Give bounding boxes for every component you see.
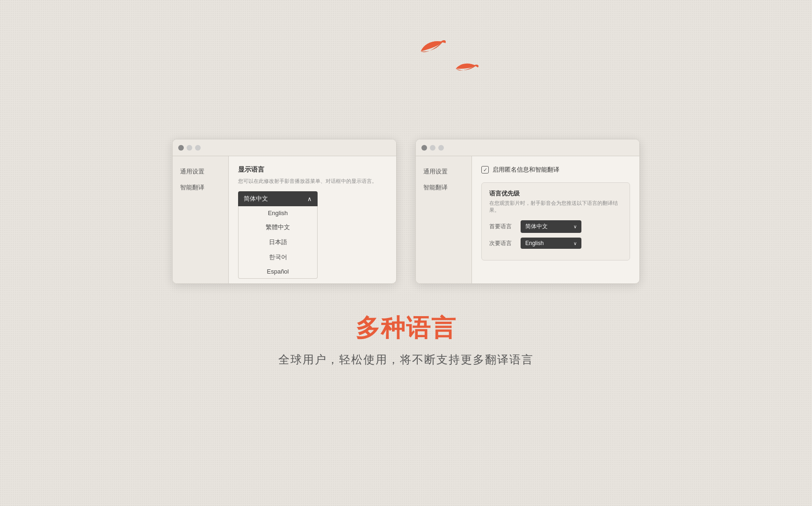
option-traditional-chinese[interactable]: 繁體中文 [239,220,317,235]
minimize-button-right[interactable] [430,145,435,151]
option-korean[interactable]: 한국어 [239,250,317,265]
sidebar-item-translate-right[interactable]: 智能翻译 [416,180,471,195]
main-content-left: 显示语言 您可以在此修改射手影音播放器菜单、对话框中的显示语言。 简体中文 ∧ … [229,156,396,283]
lang-priority-title: 语言优先级 [489,189,622,198]
checkbox-label: 启用匿名信息和智能翻译 [493,166,559,174]
right-window: 通用设置 智能翻译 ✓ 启用匿名信息和智能翻译 语言优先级 在您观赏影片时，射手… [415,139,640,284]
traffic-lights-right [421,145,444,151]
secondary-lang-value: English [525,240,544,246]
option-english[interactable]: English [239,206,317,220]
checkmark-icon: ✓ [483,167,487,173]
sidebar-left: 通用设置 智能翻译 [173,156,229,283]
section-title-left: 显示语言 [238,166,387,174]
page-content: 通用设置 智能翻译 显示语言 您可以在此修改射手影音播放器菜单、对话框中的显示语… [0,0,812,506]
chevron-up-icon-left: ∧ [307,195,312,202]
windows-row: 通用设置 智能翻译 显示语言 您可以在此修改射手影音播放器菜单、对话框中的显示语… [172,139,640,284]
lang-priority-box: 语言优先级 在您观赏影片时，射手影音会为您推送以下语言的翻译结果。 首要语言 简… [481,182,630,260]
titlebar-left [173,139,396,156]
left-window: 通用设置 智能翻译 显示语言 您可以在此修改射手影音播放器菜单、对话框中的显示语… [172,139,397,284]
secondary-lang-label: 次要语言 [489,239,515,247]
close-button-right[interactable] [421,145,427,151]
section-desc-left: 您可以在此修改射手影音播放器菜单、对话框中的显示语言。 [238,178,387,185]
window-body-left: 通用设置 智能翻译 显示语言 您可以在此修改射手影音播放器菜单、对话框中的显示语… [173,156,396,283]
maximize-button-left[interactable] [195,145,201,151]
sidebar-item-translate-left[interactable]: 智能翻译 [173,180,228,195]
primary-lang-label: 首要语言 [489,223,515,231]
chevron-down-icon-secondary: ∨ [573,241,577,246]
primary-lang-value: 简体中文 [525,223,548,231]
dropdown-value-left: 简体中文 [244,195,268,203]
sidebar-item-general-right[interactable]: 通用设置 [416,164,471,180]
sub-title: 全球用户，轻松使用，将不断支持更多翻译语言 [278,352,534,367]
titlebar-right [416,139,639,156]
dropdown-selected-left[interactable]: 简体中文 ∧ [238,191,318,206]
bottom-text-section: 多种语言 全球用户，轻松使用，将不断支持更多翻译语言 [278,312,534,367]
main-title: 多种语言 [278,312,534,345]
close-button-left[interactable] [178,145,184,151]
checkbox-row: ✓ 启用匿名信息和智能翻译 [481,166,630,174]
language-dropdown-left[interactable]: 简体中文 ∧ English 繁體中文 日本語 한국어 Español [238,191,318,279]
chevron-down-icon-primary: ∨ [573,224,577,229]
primary-lang-row: 首要语言 简体中文 ∨ [489,220,622,233]
enable-checkbox[interactable]: ✓ [481,166,489,173]
secondary-lang-row: 次要语言 English ∨ [489,238,622,249]
minimize-button-left[interactable] [187,145,192,151]
sidebar-right: 通用设置 智能翻译 [416,156,472,283]
primary-lang-select[interactable]: 简体中文 ∨ [521,220,581,233]
secondary-lang-select[interactable]: English ∨ [521,238,581,249]
option-spanish[interactable]: Español [239,265,317,278]
dropdown-list-left: English 繁體中文 日本語 한국어 Español [238,206,318,279]
option-japanese[interactable]: 日本語 [239,235,317,250]
lang-priority-desc: 在您观赏影片时，射手影音会为您推送以下语言的翻译结果。 [489,200,622,214]
main-content-right: ✓ 启用匿名信息和智能翻译 语言优先级 在您观赏影片时，射手影音会为您推送以下语… [472,156,639,283]
window-body-right: 通用设置 智能翻译 ✓ 启用匿名信息和智能翻译 语言优先级 在您观赏影片时，射手… [416,156,639,283]
sidebar-item-general-left[interactable]: 通用设置 [173,164,228,180]
maximize-button-right[interactable] [438,145,444,151]
traffic-lights-left [178,145,201,151]
